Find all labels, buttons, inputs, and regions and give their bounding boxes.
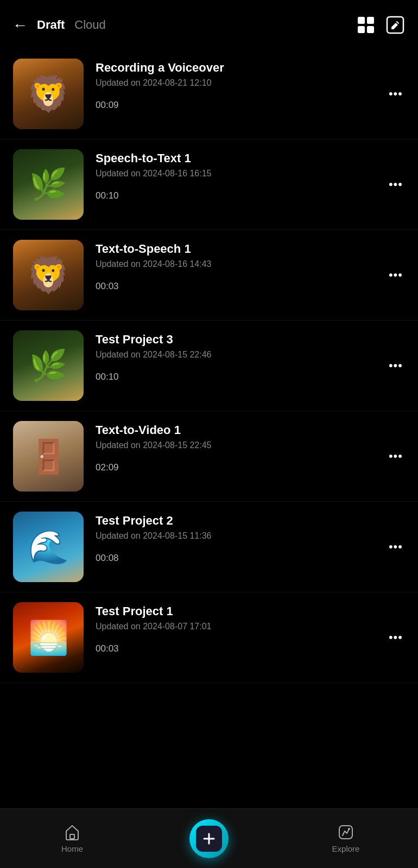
- project-item[interactable]: Test Project 2 Updated on 2024-08-15 11:…: [0, 502, 418, 592]
- project-duration: 00:03: [96, 643, 405, 654]
- create-button-inner: [196, 826, 222, 852]
- project-title: Test Project 2: [96, 514, 405, 528]
- edit-icon[interactable]: [385, 15, 405, 35]
- bottom-nav: Home Explore: [0, 808, 418, 868]
- project-item[interactable]: Text-to-Speech 1 Updated on 2024-08-16 1…: [0, 230, 418, 321]
- project-item[interactable]: Test Project 3 Updated on 2024-08-15 22:…: [0, 321, 418, 411]
- project-thumbnail: [13, 602, 84, 673]
- project-duration: 00:10: [96, 190, 405, 201]
- project-title: Text-to-Video 1: [96, 423, 405, 437]
- explore-icon: [337, 824, 354, 841]
- nav-home[interactable]: Home: [45, 824, 99, 853]
- project-thumbnail: [13, 330, 84, 401]
- svg-rect-3: [367, 26, 374, 33]
- nav-explore[interactable]: Explore: [319, 824, 373, 853]
- project-item[interactable]: Test Project 1 Updated on 2024-08-07 17:…: [0, 592, 418, 683]
- project-thumbnail: [13, 421, 84, 492]
- project-title: Test Project 3: [96, 333, 405, 347]
- project-item[interactable]: Speech-to-Text 1 Updated on 2024-08-16 1…: [0, 139, 418, 230]
- project-title: Recording a Voiceover: [96, 61, 405, 75]
- project-info: Speech-to-Text 1 Updated on 2024-08-16 1…: [96, 149, 405, 201]
- svg-rect-2: [358, 26, 365, 33]
- svg-point-7: [348, 828, 350, 830]
- header-right: [356, 15, 405, 35]
- project-title: Test Project 1: [96, 604, 405, 618]
- project-duration: 00:09: [96, 100, 405, 111]
- project-item[interactable]: Text-to-Video 1 Updated on 2024-08-15 22…: [0, 411, 418, 502]
- project-thumbnail: [13, 149, 84, 220]
- project-duration: 00:08: [96, 553, 405, 564]
- project-duration: 02:09: [96, 462, 405, 473]
- header: ← Draft Cloud: [0, 0, 418, 43]
- create-button[interactable]: [189, 819, 229, 858]
- project-item[interactable]: Recording a Voiceover Updated on 2024-08…: [0, 49, 418, 139]
- back-button[interactable]: ←: [12, 17, 28, 34]
- project-title: Speech-to-Text 1: [96, 151, 405, 165]
- project-duration: 00:03: [96, 281, 405, 292]
- project-info: Test Project 3 Updated on 2024-08-15 22:…: [96, 330, 405, 382]
- nav-home-label: Home: [61, 844, 83, 853]
- project-duration: 00:10: [96, 372, 405, 382]
- project-info: Test Project 2 Updated on 2024-08-15 11:…: [96, 512, 405, 564]
- svg-rect-0: [358, 17, 365, 24]
- grid-icon[interactable]: [356, 15, 376, 35]
- project-info: Text-to-Speech 1 Updated on 2024-08-16 1…: [96, 240, 405, 292]
- project-updated: Updated on 2024-08-16 16:15: [96, 169, 405, 178]
- more-options-button[interactable]: •••: [384, 264, 407, 286]
- project-list: Recording a Voiceover Updated on 2024-08…: [0, 43, 418, 748]
- home-icon: [64, 824, 81, 841]
- project-updated: Updated on 2024-08-07 17:01: [96, 622, 405, 631]
- more-options-button[interactable]: •••: [384, 354, 407, 377]
- project-updated: Updated on 2024-08-21 12:10: [96, 78, 405, 88]
- nav-explore-label: Explore: [332, 844, 360, 853]
- project-info: Text-to-Video 1 Updated on 2024-08-15 22…: [96, 421, 405, 473]
- project-updated: Updated on 2024-08-15 22:46: [96, 350, 405, 360]
- project-thumbnail: [13, 59, 84, 129]
- tab-draft[interactable]: Draft: [37, 18, 65, 32]
- more-options-button[interactable]: •••: [384, 445, 407, 468]
- project-updated: Updated on 2024-08-15 11:36: [96, 531, 405, 541]
- more-options-button[interactable]: •••: [384, 626, 407, 649]
- project-info: Test Project 1 Updated on 2024-08-07 17:…: [96, 602, 405, 654]
- project-info: Recording a Voiceover Updated on 2024-08…: [96, 59, 405, 111]
- project-updated: Updated on 2024-08-16 14:43: [96, 259, 405, 269]
- tab-cloud[interactable]: Cloud: [74, 18, 105, 32]
- more-options-button[interactable]: •••: [384, 82, 407, 105]
- svg-rect-1: [367, 17, 374, 24]
- more-options-button[interactable]: •••: [384, 173, 407, 196]
- header-left: ← Draft Cloud: [13, 17, 106, 34]
- project-thumbnail: [13, 240, 84, 310]
- project-updated: Updated on 2024-08-15 22:45: [96, 441, 405, 450]
- more-options-button[interactable]: •••: [384, 535, 407, 558]
- plus-icon: [201, 831, 217, 846]
- svg-rect-5: [70, 834, 74, 839]
- project-thumbnail: [13, 512, 84, 582]
- project-title: Text-to-Speech 1: [96, 242, 405, 256]
